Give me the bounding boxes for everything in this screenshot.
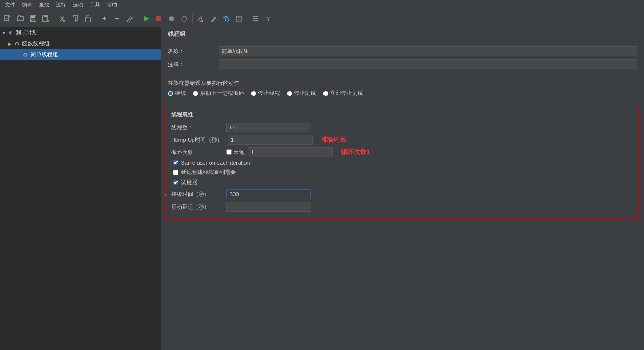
menu-run[interactable]: 运行 <box>53 0 69 9</box>
tool3-button[interactable] <box>220 13 232 25</box>
svg-line-21 <box>126 21 127 22</box>
radio-continue-label: 继续 <box>175 90 186 97</box>
radio-continue-input[interactable] <box>168 91 173 96</box>
sidebar-item-threadgroup-simple[interactable]: ⚙ 简单线程组 <box>0 49 161 60</box>
menu-tools[interactable]: 工具 <box>86 0 103 9</box>
scheduler-checkbox[interactable] <box>173 180 178 185</box>
comment-input[interactable] <box>219 59 637 69</box>
comment-label: 注释： <box>168 61 219 68</box>
svg-rect-6 <box>31 16 35 18</box>
svg-rect-9 <box>44 16 47 17</box>
testplan-icon: ▼ <box>8 30 13 36</box>
stop-run-button[interactable] <box>153 13 165 25</box>
forever-label: 永远 <box>233 148 244 156</box>
sidebar-item-threadgroup-parent[interactable]: ▶ ⚙ 函数线程组 <box>0 38 161 49</box>
name-row: 名称： <box>168 46 637 56</box>
delay-create-checkbox[interactable] <box>173 170 178 175</box>
name-input[interactable] <box>219 46 637 56</box>
scheduler-row: 调度器 <box>171 179 634 186</box>
menu-edit[interactable]: 编辑 <box>19 0 36 9</box>
forever-checkbox-input[interactable] <box>226 149 232 155</box>
help-button[interactable]: ? <box>262 13 274 25</box>
same-user-row: Same user on each iteration <box>171 160 634 166</box>
content-area: 线程组 名称： 注释： 在取样器错误后要执行的动作 继续 <box>161 27 644 350</box>
section-title: 线程组 <box>161 27 644 42</box>
startup-delay-row: 启动延迟（秒） <box>171 202 634 212</box>
add-button[interactable]: + <box>98 13 110 25</box>
rampup-input[interactable] <box>228 135 313 145</box>
separator-5 <box>247 14 247 24</box>
copy-button[interactable] <box>69 13 81 25</box>
sidebar-label-threadgroup-simple: 简单线程组 <box>31 51 58 59</box>
action-title: 在取样器错误后要执行的动作 <box>168 79 637 87</box>
paste-button[interactable] <box>82 13 94 25</box>
separator-2 <box>96 14 96 24</box>
loop-label: 循环次数 <box>171 148 226 156</box>
forever-checkbox[interactable]: 永远 <box>226 148 244 156</box>
pause-button[interactable] <box>178 13 190 25</box>
radio-stop-thread-label: 停止线程 <box>258 90 280 97</box>
radio-stop-test-now-input[interactable] <box>323 91 328 96</box>
saveas-button[interactable] <box>40 13 52 25</box>
rampup-annotation: 准备时长 <box>321 136 347 144</box>
sidebar-label-threadgroup-parent: 函数线程组 <box>22 40 50 48</box>
radio-stop-test-now[interactable]: 立即停止测试 <box>323 90 363 97</box>
cut-button[interactable] <box>56 13 68 25</box>
duration-row: 持续时间（秒） <box>171 189 634 199</box>
radio-stop-thread-input[interactable] <box>251 91 256 96</box>
tree-arrow-testplan: ▼ <box>2 31 8 35</box>
gear-icon-parent: ⚙ <box>14 41 19 47</box>
menu-file[interactable]: 文件 <box>2 0 19 9</box>
main-layout: ▼ ▼ 测试计划 ▶ ⚙ 函数线程组 ⚙ 简单线程组 线程组 名称： 注释： <box>0 27 644 350</box>
radio-row: 继续 启动下一进程循环 停止线程 停止测试 立即停止测试 <box>168 90 637 97</box>
list-button[interactable] <box>250 13 261 25</box>
loop-annotation: 循环次数1 <box>341 148 370 156</box>
duration-input[interactable] <box>226 189 311 199</box>
radio-stop-test-label: 停止测试 <box>294 90 316 97</box>
separator-1 <box>54 14 54 24</box>
same-user-label: Same user on each iteration <box>181 160 250 166</box>
record-button[interactable] <box>166 13 178 25</box>
menu-options[interactable]: 选项 <box>69 0 86 9</box>
drag-handle <box>165 193 169 196</box>
radio-next-loop[interactable]: 启动下一进程循环 <box>193 90 244 97</box>
toolbar: + − ? <box>0 10 644 27</box>
svg-rect-23 <box>156 16 161 21</box>
radio-continue[interactable]: 继续 <box>168 90 186 97</box>
radio-next-loop-label: 启动下一进程循环 <box>200 90 244 97</box>
tool4-button[interactable] <box>233 13 245 25</box>
radio-stop-test[interactable]: 停止测试 <box>287 90 316 97</box>
delay-create-row: 延迟创建线程直到需要 <box>171 168 634 176</box>
svg-rect-18 <box>72 17 76 22</box>
svg-rect-19 <box>85 17 90 22</box>
separator-4 <box>192 14 193 24</box>
action-group: 在取样器错误后要执行的动作 继续 启动下一进程循环 停止线程 停止测试 <box>161 77 644 101</box>
loop-input[interactable] <box>248 147 333 157</box>
radio-stop-thread[interactable]: 停止线程 <box>251 90 280 97</box>
tool2-button[interactable] <box>208 13 219 25</box>
sidebar-label-testplan: 测试计划 <box>16 29 38 36</box>
run-button[interactable] <box>140 13 152 25</box>
radio-next-loop-input[interactable] <box>193 91 198 96</box>
rampup-label: Ramp-Up时间（秒）： <box>171 136 228 144</box>
sidebar-item-testplan[interactable]: ▼ ▼ 测试计划 <box>0 27 161 38</box>
rampup-row: Ramp-Up时间（秒）： 准备时长 <box>171 135 634 145</box>
remove-button[interactable]: − <box>111 13 123 25</box>
delay-create-label: 延迟创建线程直到需要 <box>181 168 236 176</box>
comment-row: 注释： <box>168 59 637 69</box>
scheduler-label: 调度器 <box>181 179 197 186</box>
same-user-checkbox[interactable] <box>173 160 178 165</box>
tool1-button[interactable] <box>195 13 207 25</box>
save-button[interactable] <box>27 13 39 25</box>
menu-find[interactable]: 查找 <box>36 0 53 9</box>
new-button[interactable] <box>2 13 14 25</box>
open-button[interactable] <box>14 13 26 25</box>
menu-help[interactable]: 帮助 <box>103 0 120 9</box>
radio-stop-test-now-label: 立即停止测试 <box>330 90 363 97</box>
svg-point-26 <box>225 18 229 21</box>
draw-button[interactable] <box>124 13 136 25</box>
name-label: 名称： <box>168 48 219 55</box>
radio-stop-test-input[interactable] <box>287 91 292 96</box>
thread-count-input[interactable] <box>226 123 311 132</box>
startup-delay-input[interactable] <box>226 202 311 212</box>
